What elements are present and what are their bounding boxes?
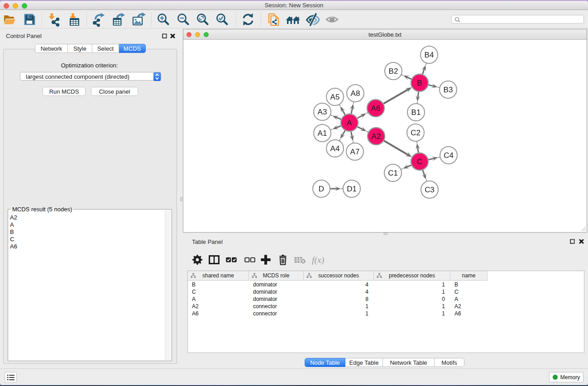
- edge-A2-C[interactable]: [384, 141, 409, 155]
- zoom-traffic-light[interactable]: [22, 3, 27, 9]
- export-network-button[interactable]: [92, 12, 106, 27]
- mcds-result-item[interactable]: A6: [8, 243, 172, 250]
- window-bottom-edge: [0, 385, 588, 385]
- open-file-button[interactable]: [2, 12, 17, 27]
- duplicate-network-button[interactable]: [266, 12, 281, 27]
- control-panel-close-icon[interactable]: [170, 33, 175, 38]
- zoom-fit-button[interactable]: [196, 12, 210, 27]
- edge-A-A5[interactable]: [342, 109, 345, 115]
- edge-B-B1[interactable]: [418, 92, 419, 99]
- toolbar-separator: [236, 13, 236, 26]
- zoom-in-button[interactable]: [156, 12, 171, 27]
- table-tab-edge-table[interactable]: Edge Table: [345, 358, 383, 367]
- mcds-result-scrollbar[interactable]: [165, 210, 171, 360]
- table-row-A6[interactable]: A6connector11A6: [188, 310, 488, 317]
- refresh-button[interactable]: [241, 12, 255, 27]
- node-table[interactable]: shared name MCDS role successor nodes pr…: [187, 271, 584, 353]
- network-zoom-traffic-light[interactable]: [204, 32, 209, 37]
- edge-A-A7[interactable]: [351, 132, 353, 138]
- first-neighbors-button[interactable]: [286, 12, 300, 27]
- task-history-button[interactable]: [5, 372, 17, 383]
- close-panel-button[interactable]: Close panel: [91, 87, 138, 96]
- unselect-all-boxes-button[interactable]: [244, 254, 256, 266]
- tab-label: Network: [41, 45, 62, 52]
- save-session-icon: [22, 12, 37, 27]
- table-panel-tabs: Node TableEdge TableNetwork TableMotifs: [305, 358, 464, 367]
- select-stepper-icon: [153, 72, 161, 81]
- optimization-criterion-select[interactable]: largest connected component (directed): [20, 72, 161, 81]
- select-all-boxes-button[interactable]: [225, 254, 237, 266]
- column-header-successor-nodes[interactable]: successor nodes: [304, 271, 374, 280]
- table-row-C[interactable]: Cdominator41C: [188, 288, 488, 295]
- mcds-result-item[interactable]: A2: [8, 214, 172, 221]
- control-panel-float-icon[interactable]: [162, 33, 167, 38]
- add-row-button[interactable]: [260, 254, 272, 266]
- table-tab-network-table[interactable]: Network Table: [383, 358, 435, 367]
- import-table-button[interactable]: [67, 12, 81, 27]
- table-row-A[interactable]: Adominator80A: [188, 295, 488, 303]
- graph-node-label-A5: A5: [330, 93, 340, 101]
- export-table-button[interactable]: [111, 12, 126, 27]
- search-input[interactable]: [462, 15, 582, 23]
- network-close-traffic-light[interactable]: [186, 32, 191, 37]
- table-cell: dominator: [253, 295, 304, 303]
- network-minimize-traffic-light[interactable]: [195, 32, 200, 37]
- edge-A-A4[interactable]: [342, 130, 345, 136]
- mcds-result-item[interactable]: A: [8, 221, 172, 229]
- shared-column-icon: [191, 273, 196, 278]
- table-row-A2[interactable]: A2connector11A2: [188, 303, 488, 310]
- export-image-button[interactable]: [131, 12, 146, 27]
- graph-node-label-D: D: [319, 185, 324, 193]
- edge-A-A6[interactable]: [358, 115, 364, 118]
- network-view-window: testGlobe.txt B4B2BB3A8A5A6A3B1AC2A1A2A4…: [183, 29, 587, 233]
- column-header-predecessor-nodes[interactable]: predecessor nodes: [374, 271, 450, 280]
- split-columns-button[interactable]: [208, 254, 220, 266]
- shared-column-icon: [252, 273, 257, 278]
- delete-table-button[interactable]: [294, 254, 306, 266]
- toolbar-separator: [151, 13, 152, 26]
- import-network-button[interactable]: [47, 12, 62, 27]
- control-panel-tab-style[interactable]: Style: [68, 44, 92, 53]
- edge-A6-B[interactable]: [383, 89, 409, 104]
- table-settings-button[interactable]: [191, 254, 203, 266]
- table-panel-close-icon[interactable]: [579, 239, 584, 244]
- zoom-selected-button[interactable]: [215, 12, 229, 27]
- table-tab-node-table[interactable]: Node Table: [305, 358, 345, 367]
- tab-label: MCDS: [124, 45, 141, 52]
- delete-row-button[interactable]: [277, 254, 289, 266]
- show-all-button[interactable]: [325, 12, 340, 27]
- horizontal-splitter-handle[interactable]: [383, 233, 388, 235]
- search-box[interactable]: [451, 15, 584, 24]
- edge-A-A2[interactable]: [358, 127, 364, 130]
- graph-node-label-B1: B1: [411, 108, 421, 117]
- network-canvas[interactable]: B4B2BB3A8A5A6A3B1AC2A1A2A4A7C4CC1C3DD1: [183, 40, 587, 232]
- mcds-result-list[interactable]: A2ABCA6: [8, 210, 172, 361]
- table-panel-float-icon[interactable]: [570, 239, 575, 244]
- function-builder-button[interactable]: f(x): [312, 254, 327, 266]
- minimize-traffic-light[interactable]: [13, 3, 18, 9]
- column-header-MCDS-role[interactable]: MCDS role: [249, 271, 304, 280]
- window-resize-grip[interactable]: [580, 226, 586, 232]
- table-cell: B: [192, 281, 249, 288]
- memory-button[interactable]: Memory: [549, 372, 583, 382]
- edge-C-C2[interactable]: [417, 147, 418, 153]
- table-tab-motifs[interactable]: Motifs: [435, 358, 464, 367]
- save-session-button[interactable]: [22, 12, 37, 27]
- table-cell: C: [454, 288, 488, 295]
- run-mcds-button[interactable]: Run MCDS: [43, 87, 86, 96]
- mcds-result-item[interactable]: B: [8, 229, 172, 236]
- zoom-out-button[interactable]: [176, 12, 191, 27]
- close-traffic-light[interactable]: [4, 3, 9, 9]
- hide-selected-button[interactable]: [306, 12, 320, 27]
- graph-node-label-A3: A3: [318, 108, 327, 116]
- control-panel-tab-mcds[interactable]: MCDS: [119, 44, 146, 53]
- column-header-name[interactable]: name: [450, 271, 488, 280]
- control-panel-tab-select[interactable]: Select: [92, 44, 119, 53]
- graph-node-label-C: C: [417, 157, 422, 166]
- zoom-in-icon: [156, 12, 171, 27]
- column-header-shared-name[interactable]: shared name: [188, 271, 249, 280]
- table-row-B[interactable]: Bdominator41B: [188, 281, 488, 288]
- mcds-result-item[interactable]: C: [8, 236, 172, 243]
- vertical-splitter-handle[interactable]: [180, 197, 182, 201]
- control-panel-tab-network[interactable]: Network: [35, 44, 68, 53]
